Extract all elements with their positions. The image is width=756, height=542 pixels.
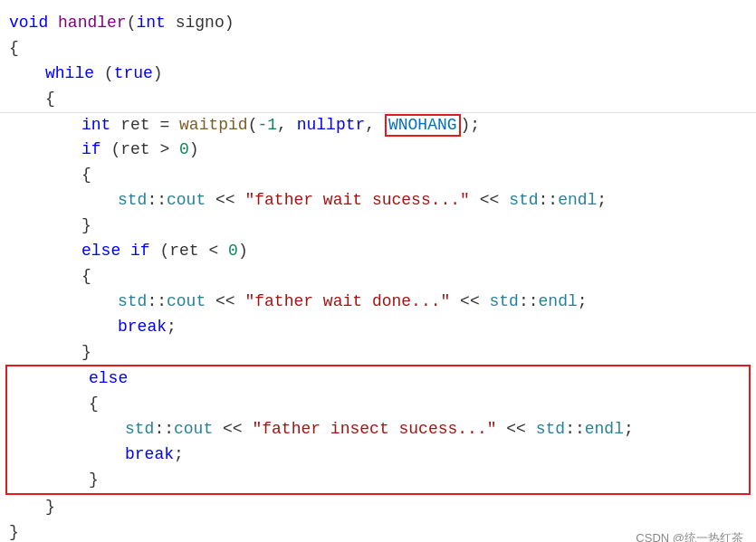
func-handler: handler xyxy=(58,11,127,36)
code-line-6: if (ret > 0) xyxy=(0,138,756,163)
code-line-12: std::cout << "father wait done..." << st… xyxy=(0,290,756,315)
code-line-18: break; xyxy=(7,442,749,468)
code-line-16: { xyxy=(7,392,749,417)
code-line-9: } xyxy=(0,214,756,239)
wnohang-highlight: WNOHANG xyxy=(385,114,461,138)
code-line-17: std::cout << "father insect sucess..." <… xyxy=(7,417,749,442)
code-line-1: void handler(int signo) xyxy=(0,11,756,36)
code-container: void handler(int signo) { while (true) {… xyxy=(0,0,756,542)
watermark: CSDN @统一热红茶 xyxy=(636,529,743,542)
code-line-2: { xyxy=(0,36,756,62)
code-line-20: } xyxy=(0,495,756,520)
code-line-15: else xyxy=(7,366,749,392)
keyword-void: void xyxy=(9,11,48,36)
code-line-8: std::cout << "father wait sucess..." << … xyxy=(0,188,756,214)
code-line-13: break; xyxy=(0,315,756,340)
code-line-14: } xyxy=(0,340,756,366)
code-line-11: { xyxy=(0,264,756,290)
code-line-5: int ret = waitpid(-1, nullptr, WNOHANG); xyxy=(0,113,756,138)
code-line-3: while (true) xyxy=(0,62,756,87)
code-line-4: { xyxy=(0,87,756,112)
code-line-10: else if (ret < 0) xyxy=(0,239,756,264)
code-line-19: } xyxy=(7,468,749,493)
else-block: else { std::cout << "father insect suces… xyxy=(5,365,751,494)
code-line-7: { xyxy=(0,163,756,188)
